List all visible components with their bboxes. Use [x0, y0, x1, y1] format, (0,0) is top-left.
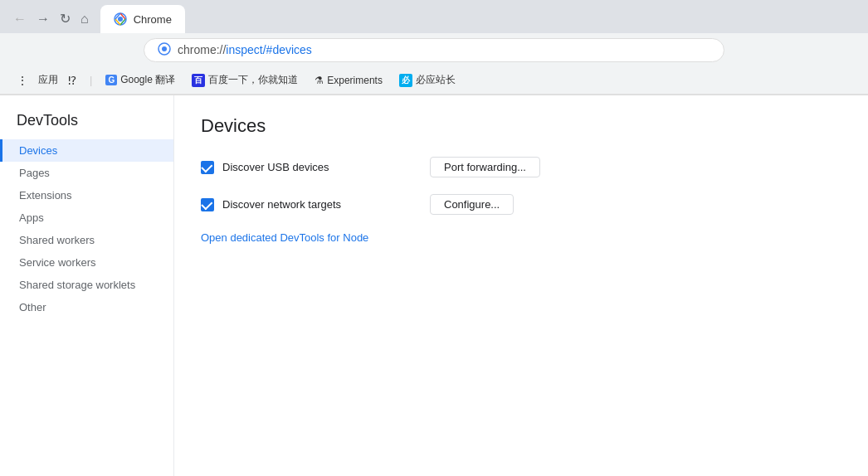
- experiments-label: Experiments: [327, 75, 383, 86]
- bookmark-bizhan[interactable]: 必 必应站长: [393, 70, 462, 90]
- reload-button[interactable]: ↻: [55, 9, 76, 29]
- discover-network-text: Discover network targets: [222, 198, 341, 211]
- bookmark-grid[interactable]: ⁉: [61, 71, 83, 90]
- svg-point-3: [162, 46, 167, 51]
- bookmark-experiments[interactable]: ⚗ Experiments: [308, 72, 389, 89]
- sidebar-item-shared-storage-worklets[interactable]: Shared storage worklets: [0, 274, 173, 296]
- sidebar-item-devices[interactable]: Devices: [0, 139, 173, 162]
- separator-1: |: [90, 74, 92, 86]
- grid-icon: ⁉: [68, 74, 76, 87]
- sidebar-item-shared-workers[interactable]: Shared workers: [0, 229, 173, 251]
- address-favicon: [158, 42, 171, 58]
- experiments-icon: ⚗: [315, 75, 324, 86]
- tab-bar: ← → ↻ ⌂ Chrome: [0, 0, 868, 33]
- bookmarks-bar: ⋮ 应用 ⁉ | G Google 翻译 百 百度一下，你就知道 ⚗ Exper…: [0, 66, 868, 95]
- svg-point-1: [118, 17, 123, 22]
- option-row-network: Discover network targets Configure...: [201, 194, 841, 215]
- devtools-node-link-container: Open dedicated DevTools for Node: [201, 231, 841, 244]
- sidebar-item-extensions[interactable]: Extensions: [0, 184, 173, 206]
- forward-button[interactable]: →: [32, 9, 55, 29]
- google-translate-icon: G: [105, 75, 117, 85]
- apps-grid-icon: ⋮: [17, 74, 28, 87]
- discover-usb-text: Discover USB devices: [222, 161, 329, 173]
- devtools-title: DevTools: [0, 105, 173, 139]
- sidebar: DevTools Devices Pages Extensions Apps S…: [0, 95, 174, 476]
- baidu-icon: 百: [192, 74, 205, 87]
- address-text: chrome://inspect/#devices: [178, 43, 312, 56]
- active-tab[interactable]: Chrome: [100, 5, 185, 33]
- sidebar-item-pages[interactable]: Pages: [0, 162, 173, 184]
- bizhan-label: 必应站长: [416, 73, 456, 87]
- tab-title: Chrome: [134, 13, 172, 26]
- sidebar-item-apps[interactable]: Apps: [0, 206, 173, 229]
- bizhan-icon: 必: [399, 74, 412, 87]
- discover-usb-checkbox[interactable]: [201, 161, 214, 174]
- bookmark-apps-label: 应用: [38, 73, 58, 87]
- devtools-node-link[interactable]: Open dedicated DevTools for Node: [201, 231, 368, 244]
- back-button[interactable]: ←: [8, 9, 32, 29]
- browser-chrome: ← → ↻ ⌂ Chrome: [0, 0, 868, 95]
- bookmark-apps-grid[interactable]: ⋮: [10, 71, 35, 90]
- discover-network-checkbox[interactable]: [201, 198, 214, 211]
- main-layout: DevTools Devices Pages Extensions Apps S…: [0, 95, 868, 476]
- option-row-usb: Discover USB devices Port forwarding...: [201, 157, 841, 177]
- address-bar-row: chrome://inspect/#devices: [0, 33, 868, 66]
- content-area: Devices Discover USB devices Port forwar…: [174, 95, 868, 476]
- discover-network-label[interactable]: Discover network targets: [201, 198, 417, 211]
- port-forwarding-button[interactable]: Port forwarding...: [430, 157, 540, 177]
- discover-usb-label[interactable]: Discover USB devices: [201, 161, 417, 174]
- baidu-label: 百度一下，你就知道: [208, 73, 298, 87]
- page-title: Devices: [201, 115, 841, 137]
- bookmark-baidu[interactable]: 百 百度一下，你就知道: [185, 70, 305, 90]
- sidebar-item-service-workers[interactable]: Service workers: [0, 251, 173, 274]
- bookmark-google-translate[interactable]: G Google 翻译: [99, 70, 182, 90]
- home-button[interactable]: ⌂: [76, 9, 94, 29]
- configure-button[interactable]: Configure...: [430, 194, 514, 215]
- google-translate-label: Google 翻译: [120, 73, 175, 87]
- address-bar[interactable]: chrome://inspect/#devices: [144, 38, 724, 62]
- sidebar-item-other[interactable]: Other: [0, 296, 173, 318]
- tab-favicon: [114, 12, 127, 26]
